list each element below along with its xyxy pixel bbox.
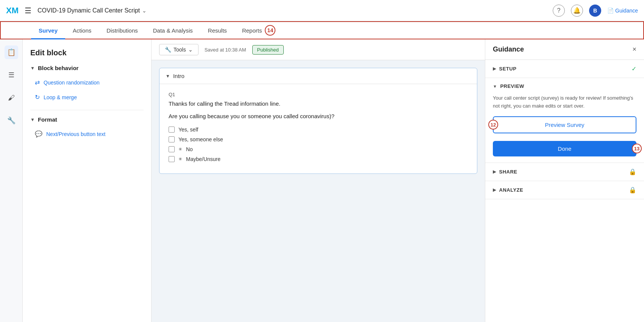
block-header: ▼ Intro <box>159 68 477 84</box>
asterisk-icon-no: ✳ <box>178 147 182 152</box>
block-behavior-arrow-icon: ▼ <box>30 66 35 71</box>
asterisk-icon-maybe: ✳ <box>178 156 182 162</box>
tab-actions[interactable]: Actions <box>65 21 99 39</box>
center-panel: 🔧 Tools ⌄ Saved at 10:38 AM Published ▼ … <box>152 39 485 322</box>
done-button[interactable]: Done 13 <box>493 141 636 156</box>
guidance-setup-header[interactable]: ▶ SETUP ✓ <box>485 60 644 78</box>
format-section: ▼ Format <box>30 116 144 123</box>
guidance-share-header[interactable]: ▶ SHARE 🔒 <box>485 163 644 181</box>
tab-survey[interactable]: Survey <box>31 21 65 39</box>
block-behavior-section: ▼ Block behavior <box>30 65 144 71</box>
share-arrow-icon: ▶ <box>493 169 496 174</box>
guidance-title: Guidance <box>493 45 524 53</box>
guidance-preview-header[interactable]: ▼ PREVIEW <box>485 78 644 94</box>
badge-14: 14 <box>265 25 275 36</box>
format-arrow-icon: ▼ <box>30 117 35 122</box>
next-prev-button-item[interactable]: 💬 Next/Previous button text <box>30 127 144 141</box>
preview-arrow-icon: ▼ <box>493 84 497 89</box>
badge-13: 13 <box>632 144 642 153</box>
hamburger-icon[interactable]: ☰ <box>25 6 31 15</box>
guidance-close-button[interactable]: × <box>632 45 636 53</box>
wrench-icon: 🔧 <box>165 47 171 53</box>
left-panel: Edit block ▼ Block behavior ⇄ Question r… <box>23 39 152 322</box>
center-toolbar: 🔧 Tools ⌄ Saved at 10:38 AM Published <box>152 39 485 60</box>
checkbox-yes-self[interactable] <box>169 127 175 133</box>
saved-text: Saved at 10:38 AM <box>205 47 246 53</box>
main-layout: 📋 ☰ 🖌 🔧 Edit block ▼ Block behavior ⇄ Qu… <box>0 39 644 322</box>
randomization-icon: ⇄ <box>35 79 40 86</box>
nav-tabs: Survey Actions Distributions Data & Anal… <box>0 21 644 39</box>
loop-icon: ↻ <box>35 94 40 101</box>
checkbox-maybe[interactable] <box>169 156 175 162</box>
guidance-analyze-section: ▶ ANALYZE 🔒 <box>485 181 644 199</box>
top-bar-right: ? 🔔 B 📄 Guidance <box>553 5 638 17</box>
help-icon[interactable]: ? <box>553 5 565 17</box>
question-label: Q1 <box>169 92 468 97</box>
question-randomization-item[interactable]: ⇄ Question randomization <box>30 76 144 89</box>
sidebar-icon-paint[interactable]: 🖌 <box>5 91 18 105</box>
tab-data-analysis[interactable]: Data & Analysis <box>145 21 200 39</box>
analyze-lock-icon: 🔒 <box>629 186 636 194</box>
survey-block: ▼ Intro Q1 Thanks for calling the Tread … <box>159 68 477 174</box>
setup-check-icon: ✓ <box>631 65 636 72</box>
guidance-preview-section: ▼ PREVIEW Your call center script (surve… <box>485 78 644 163</box>
guidance-share-section: ▶ SHARE 🔒 <box>485 163 644 181</box>
tab-reports[interactable]: Reports 14 <box>234 21 283 39</box>
sidebar-icon-layout[interactable]: ☰ <box>5 68 18 82</box>
choice-no: ✳ No <box>169 146 468 152</box>
question-text: Thanks for calling the Tread information… <box>169 100 468 108</box>
tools-chevron-icon: ⌄ <box>188 47 193 53</box>
setup-arrow-icon: ▶ <box>493 66 496 71</box>
button-text-icon: 💬 <box>35 130 42 138</box>
analyze-arrow-icon: ▶ <box>493 188 496 192</box>
checkbox-no[interactable] <box>169 146 175 152</box>
choice-maybe: ✳ Maybe/Unsure <box>169 156 468 162</box>
guidance-preview-body: Your call center script (survey) is read… <box>485 94 644 163</box>
done-wrapper: Done 13 <box>493 141 636 156</box>
block-arrow-icon: ▼ <box>166 73 170 79</box>
top-bar: XM ☰ COVID-19 Dynamic Call Center Script… <box>0 0 644 21</box>
center-content: ▼ Intro Q1 Thanks for calling the Tread … <box>152 60 485 322</box>
guidance-analyze-header[interactable]: ▶ ANALYZE 🔒 <box>485 181 644 199</box>
share-lock-icon: 🔒 <box>629 168 636 175</box>
edit-block-title: Edit block <box>30 48 144 57</box>
guidance-preview-desc: Your call center script (survey) is read… <box>493 94 636 110</box>
published-badge: Published <box>252 45 284 55</box>
preview-survey-button[interactable]: 12 Preview Survey <box>493 116 636 133</box>
sidebar-icon-filter[interactable]: 🔧 <box>5 114 18 127</box>
bell-icon[interactable]: 🔔 <box>571 5 583 17</box>
preview-survey-wrapper: 12 Preview Survey <box>493 116 636 137</box>
checkbox-yes-someone[interactable] <box>169 136 175 142</box>
loop-merge-item[interactable]: ↻ Loop & merge <box>30 91 144 104</box>
guidance-header: Guidance × <box>485 39 644 60</box>
xm-logo: XM <box>6 6 19 16</box>
sidebar-icons: 📋 ☰ 🖌 🔧 <box>0 39 23 322</box>
badge-12: 12 <box>488 120 498 130</box>
title-chevron-icon[interactable]: ⌄ <box>142 8 147 14</box>
guidance-setup-section: ▶ SETUP ✓ <box>485 60 644 78</box>
choice-yes-self: Yes, self <box>169 127 468 133</box>
guidance-doc-icon: 📄 <box>607 8 614 14</box>
tab-results[interactable]: Results <box>200 21 234 39</box>
sidebar-icon-survey[interactable]: 📋 <box>5 45 18 59</box>
question-subtext: Are you calling because you or someone y… <box>169 112 468 121</box>
choice-yes-someone: Yes, someone else <box>169 136 468 142</box>
survey-title: COVID-19 Dynamic Call Center Script ⌄ <box>38 7 147 14</box>
guidance-link[interactable]: 📄 Guidance <box>607 8 638 14</box>
question-block: Q1 Thanks for calling the Tread informat… <box>159 84 477 174</box>
avatar[interactable]: B <box>589 5 601 17</box>
tab-distributions[interactable]: Distributions <box>99 21 145 39</box>
tools-button[interactable]: 🔧 Tools ⌄ <box>159 44 199 55</box>
guidance-panel: Guidance × ▶ SETUP ✓ ▼ PREVIEW Your <box>485 39 644 322</box>
